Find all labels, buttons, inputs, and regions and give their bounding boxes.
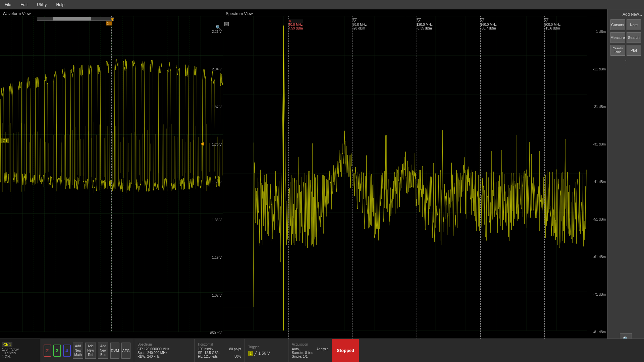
y-label-5: 1.36 V — [210, 218, 222, 222]
spectrum-title: Spectrum View — [226, 11, 253, 16]
freq-marker-200: ▽ 200.0 MHz -15.6 dBm — [544, 17, 560, 30]
horizontal-ns: 100 ns/div — [198, 347, 213, 351]
sidebar-row-1: Cursors Note — [609, 19, 642, 30]
dashed-line-80 — [353, 16, 353, 354]
horizontal-percent: 50% — [234, 355, 241, 358]
spectrum-info-title: Spectrum — [138, 343, 191, 346]
freq-marker-40: R 40.0 MHz 7.59 dBm — [288, 19, 303, 30]
freq-marker-120: ▽ 120.0 MHz -3.35 dBm — [417, 17, 433, 30]
y-label-6: 1.19 V — [210, 256, 222, 259]
sidebar-row-2: Measure Search — [609, 32, 642, 43]
y-label-7: 1.02 V — [210, 294, 222, 297]
sy-label-2: -21 dBm — [593, 105, 606, 109]
dashed-line-120 — [417, 16, 417, 354]
ch2-button[interactable]: 2 — [44, 345, 51, 357]
y-label-0: 2.21 V — [210, 30, 222, 34]
sy-label-6: -61 dBm — [593, 255, 606, 259]
horizontal-pts: 80 ps/pt — [229, 347, 241, 351]
freq-marker-80: ▽ 80.0 MHz -28 dBm — [353, 17, 367, 30]
cursors-button[interactable]: Cursors — [610, 19, 625, 30]
y-label-8: 850 mV — [210, 331, 222, 335]
y-label-1: 2.04 V — [210, 67, 222, 71]
acq-mode-row: Auto, Analyze — [292, 347, 328, 351]
spectrum-info: Spectrum CF: 120.000000 MHz Span: 240.00… — [134, 339, 195, 362]
ch1-label: Ch 1 — [2, 342, 12, 347]
sy-label-5: -51 dBm — [593, 218, 606, 221]
menu-file[interactable]: File — [3, 2, 13, 8]
sy-label-3: -31 dBm — [593, 142, 606, 146]
ch3-button[interactable]: 3 — [53, 345, 61, 357]
y-label-2: 1.87 V — [210, 105, 222, 109]
dvm-button[interactable]: DVM — [110, 343, 119, 359]
horizontal-info: Horizontal 100 ns/div 80 ps/pt SR: 12.5 … — [195, 339, 245, 362]
sidebar: Add New... Cursors Note Measure Search R… — [607, 9, 644, 362]
spectrum-cf-row: CF: 120.000000 MHz — [138, 347, 191, 351]
trigger-ch-badge: 1 — [248, 351, 253, 356]
horizontal-rl: RL: 12.5 kpts — [198, 355, 218, 358]
spectrum-rbw-row: RBW: 240 kHz — [138, 355, 191, 358]
trigger-box: 2... — [106, 21, 112, 25]
waveform-title: Waveform View — [3, 11, 31, 16]
dashed-line-160 — [480, 16, 481, 354]
trigger-voltage: 1.56 V — [258, 351, 270, 356]
sidebar-dots: ⋮ — [623, 59, 629, 66]
sy-label-1: -11 dBm — [593, 67, 606, 71]
note-button[interactable]: Note — [627, 19, 641, 30]
spectrum-container: Spectrum View N R 40.0 MHz 7.59 dBm ▽ 80… — [223, 9, 607, 362]
afg-button[interactable]: AFG — [121, 343, 130, 359]
acq-sample-row: Sample: 8 bits — [292, 351, 328, 355]
acq-title: Acquisition — [292, 343, 328, 346]
ch1-badge: C1 — [1, 138, 9, 143]
plot-button[interactable]: Plot — [627, 45, 641, 56]
freq-info: 1 GHz — [2, 355, 38, 359]
stopped-button[interactable]: Stopped — [332, 339, 359, 362]
trigger-edge-icon: ╱ — [254, 351, 257, 356]
waveform-scrollbar[interactable] — [37, 17, 114, 21]
horizontal-sr: SR: 12.5 GS/s — [198, 351, 219, 355]
spectrum-cf: CF: 120.000000 MHz — [138, 347, 169, 351]
waveform-y-labels: 2.21 V 2.04 V 1.87 V 1.70 V 1.53 V 1.36 … — [210, 9, 222, 355]
spectrum-rbw: RBW: 240 kHz — [138, 355, 159, 358]
horizontal-info-title: Horizontal — [198, 343, 241, 346]
acq-mode: Auto, — [292, 347, 300, 351]
db-div: 10 dB/div — [2, 351, 38, 355]
waveform-canvas[interactable] — [0, 9, 223, 339]
acq-single-row: Single: 1/1 — [292, 355, 328, 358]
trigger-info: Trigger 1 ╱ 1.56 V — [245, 339, 288, 362]
voltage-arrow: ◄ — [199, 141, 205, 147]
acq-analyze: Analyze — [316, 347, 328, 351]
measure-button[interactable]: Measure — [610, 32, 625, 43]
add-new-ref-button[interactable]: Add New Ref — [85, 343, 96, 359]
add-new-bus-button[interactable]: Add New Bus — [98, 343, 109, 359]
trigger-title: Trigger — [248, 345, 285, 349]
ch1-info: Ch 1 170 mV/div 10 dB/div 1 GHz — [0, 339, 40, 362]
scrollbar-thumb[interactable] — [53, 17, 91, 20]
dashed-line-40 — [288, 16, 289, 354]
spectrum-span: Span: 240.000 MHz — [138, 351, 167, 355]
horizontal-sr-row: SR: 12.5 GS/s — [198, 351, 241, 355]
sy-label-8: -81 dBm — [593, 330, 606, 334]
freq-marker-160: ▽ 160.0 MHz -30.7 dBm — [480, 17, 496, 30]
horizontal-rl-row: RL: 12.5 kpts 50% — [198, 355, 241, 358]
add-new-label: Add New... — [609, 12, 642, 17]
acq-single: Single: 1/1 — [292, 355, 308, 358]
voltage-div: 170 mV/div — [2, 348, 38, 351]
spectrum-span-row: Span: 240.000 MHz — [138, 351, 191, 355]
sidebar-row-3: Results Table Plot — [609, 45, 642, 56]
menu-utility[interactable]: Utility — [35, 2, 49, 8]
y-label-4: 1.53 V — [210, 180, 222, 184]
sy-label-0: -1 dBm — [593, 30, 606, 34]
search-button[interactable]: Search — [627, 32, 641, 43]
menu-edit[interactable]: Edit — [18, 2, 30, 8]
menu-help[interactable]: Help — [54, 2, 66, 8]
sy-label-4: -41 dBm — [593, 180, 606, 184]
spectrum-canvas[interactable] — [223, 9, 607, 339]
menu-bar: File Edit Utility Help — [0, 0, 644, 9]
add-new-math-button[interactable]: Add New Math — [73, 343, 84, 359]
acq-sample: Sample: 8 bits — [292, 351, 313, 355]
bottom-bar: Ch 1 170 mV/div 10 dB/div 1 GHz 2 3 4 Ad… — [0, 339, 644, 362]
sy-label-7: -71 dBm — [593, 293, 606, 296]
results-table-button[interactable]: Results Table — [610, 45, 625, 56]
main-layout: Waveform View ▼ 2... C1 ◄ 🔍 2.21 V 2.04 … — [0, 9, 644, 362]
ch4-button[interactable]: 4 — [63, 345, 71, 357]
